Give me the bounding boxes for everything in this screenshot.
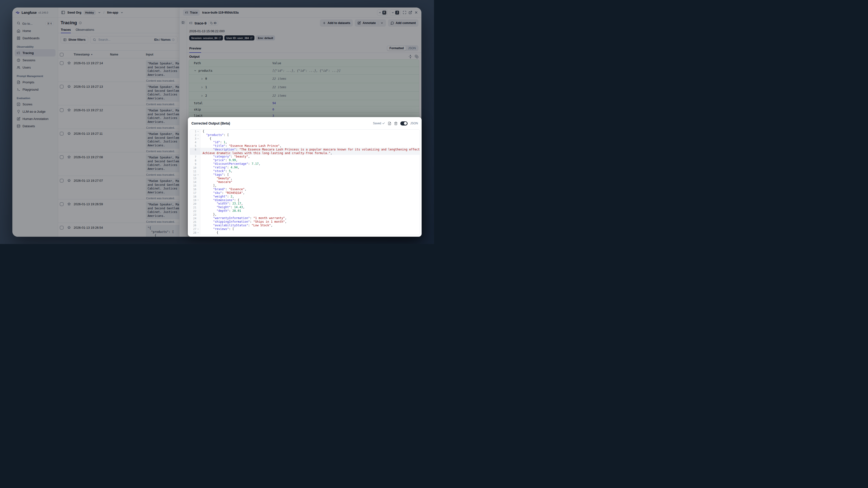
editor-code-text: "tags": [	[200, 173, 229, 177]
editor-line[interactable]: 25 "shippingInformation": "Ships in 1 mo…	[190, 220, 420, 224]
editor-gutter: 17	[190, 191, 200, 195]
editor-line[interactable]: 4 "id": 1,	[190, 141, 420, 144]
editor-line[interactable]: 17 "sku": "RCH45Q1A",	[190, 191, 420, 195]
add-to-dataset-button[interactable]	[388, 122, 391, 125]
editor-gutter: 9	[190, 162, 200, 166]
editor-code-text: "depth": 28.01	[200, 209, 241, 213]
editor-line[interactable]: 19 "dimensions": {	[190, 199, 420, 202]
editor-line[interactable]: 2 "products": [	[190, 133, 420, 137]
editor-code-text: "height": 14.43,	[200, 206, 245, 209]
trash-icon	[394, 122, 398, 125]
editor-gutter: 7	[190, 155, 200, 158]
editor-gutter: 18	[190, 195, 200, 199]
editor-gutter: 12	[190, 173, 200, 177]
editor-code-text: "id": 1,	[200, 141, 227, 144]
chevron-down-icon	[197, 130, 199, 132]
editor-gutter: 8	[190, 158, 200, 162]
editor-line[interactable]: Achieve dramatic lashes with this long-l…	[190, 151, 420, 155]
editor-code-text: "brand": "Essence",	[200, 187, 246, 191]
editor-line[interactable]: 1{	[190, 130, 420, 133]
editor-code-text: "beauty",	[200, 177, 232, 180]
editor-code-text: "reviews": [	[200, 227, 234, 231]
fold-chevron-icon[interactable]	[196, 199, 200, 201]
editor-gutter: 6	[190, 148, 200, 151]
chevron-down-icon	[197, 232, 199, 234]
editor-gutter: 22	[190, 209, 200, 213]
editor-gutter: 2	[190, 133, 200, 137]
editor-code-text: "description": "The Essence Mascara Lash…	[200, 148, 420, 151]
editor-line[interactable]: 3 {	[190, 137, 420, 141]
editor-line[interactable]: 24 "warrantyInformation": "1 month warra…	[190, 216, 420, 220]
editor-gutter: 14	[190, 180, 200, 184]
editor-line[interactable]: 7 "category": "beauty",	[190, 155, 420, 158]
editor-code-text: "dimensions": {	[200, 199, 240, 202]
editor-code-text: "warrantyInformation": "1 month warranty…	[200, 216, 287, 220]
editor-line[interactable]: 5 "title": "Essence Mascara Lash Prince"…	[190, 144, 420, 148]
editor-code-text: {	[200, 130, 204, 133]
delete-button[interactable]	[394, 122, 398, 125]
editor-gutter: 16	[190, 187, 200, 191]
editor-code-text: },	[200, 213, 217, 216]
editor-code-text: ],	[200, 184, 217, 187]
editor-gutter: 21	[190, 206, 200, 209]
editor-gutter: 13	[190, 177, 200, 180]
editor-line[interactable]: 18 "weight": 2,	[190, 195, 420, 199]
editor-code-text: "discountPercentage": 7.17,	[200, 162, 260, 166]
editor-code-text: "products": [	[200, 133, 229, 137]
chevron-down-icon	[197, 134, 199, 136]
json-toggle-label: JSON	[410, 122, 418, 125]
editor-line[interactable]: 22 "depth": 28.01	[190, 209, 420, 213]
editor-gutter	[190, 151, 200, 155]
editor-line[interactable]: 23 },	[190, 213, 420, 216]
editor-line[interactable]: 21 "height": 14.43,	[190, 206, 420, 209]
editor-code-text: "width": 23.17,	[200, 202, 243, 206]
corrected-output-title: Corrected Output (Beta)	[191, 121, 230, 125]
fold-chevron-icon[interactable]	[196, 130, 200, 132]
editor-gutter: 4	[190, 141, 200, 144]
editor-line[interactable]: 12 "tags": [	[190, 173, 420, 177]
fold-chevron-icon[interactable]	[196, 138, 200, 140]
editor-code-text: {	[200, 231, 218, 235]
editor-line[interactable]: 13 "beauty",	[190, 177, 420, 180]
editor-code-text: "stock": 5,	[200, 170, 232, 173]
editor-line[interactable]: 9 "discountPercentage": 7.17,	[190, 162, 420, 166]
editor-line[interactable]: 15 ],	[190, 184, 420, 187]
editor-gutter: 19	[190, 199, 200, 202]
editor-line[interactable]: 11 "stock": 5,	[190, 170, 420, 173]
editor-gutter: 24	[190, 216, 200, 220]
json-mode-toggle[interactable]	[400, 121, 408, 125]
editor-gutter: 25	[190, 220, 200, 224]
editor-code-text: "price": 9.99,	[200, 158, 238, 162]
chevron-down-icon	[197, 174, 199, 176]
editor-line[interactable]: 6 "description": "The Essence Mascara La…	[190, 148, 420, 151]
editor-gutter: 28	[190, 231, 200, 235]
editor-line[interactable]: 20 "width": 23.17,	[190, 202, 420, 206]
editor-line[interactable]: 26 "availabilityStatus": "Low Stock",	[190, 224, 420, 227]
editor-line[interactable]: 8 "price": 9.99,	[190, 158, 420, 162]
editor-line[interactable]: 28 {	[190, 231, 420, 235]
editor-code-text: "mascara"	[200, 180, 232, 184]
fold-chevron-icon[interactable]	[196, 134, 200, 136]
editor-code-text: "title": "Essence Mascara Lash Prince",	[200, 144, 281, 148]
editor-code-text: {	[200, 137, 211, 141]
corrected-output-dialog: Corrected Output (Beta) Saved JSON 1{2 "…	[188, 117, 422, 237]
fold-chevron-icon[interactable]	[196, 232, 200, 234]
editor-line[interactable]: 10 "rating": 4.94,	[190, 166, 420, 170]
editor-line[interactable]: 14 "mascara"	[190, 180, 420, 184]
corrected-output-header: Corrected Output (Beta) Saved JSON	[188, 117, 422, 129]
editor-gutter: 3	[190, 137, 200, 141]
editor-line[interactable]: 16 "brand": "Essence",	[190, 187, 420, 191]
check-icon	[382, 122, 385, 125]
check-icon	[382, 122, 385, 125]
editor-code-text: "availabilityStatus": "Low Stock",	[200, 224, 273, 227]
fold-chevron-icon[interactable]	[196, 228, 200, 230]
editor-gutter: 23	[190, 213, 200, 216]
file-plus-icon	[388, 122, 391, 125]
editor-code-text: "rating": 4.94,	[200, 166, 240, 170]
editor-gutter: 10	[190, 166, 200, 170]
editor-code-text: "sku": "RCH45Q1A",	[200, 191, 245, 195]
fold-chevron-icon[interactable]	[196, 174, 200, 176]
editor-gutter: 27	[190, 227, 200, 231]
editor-line[interactable]: 27 "reviews": [	[190, 227, 420, 231]
json-code-editor[interactable]: 1{2 "products": [3 {4 "id": 1,5 "title":…	[189, 129, 420, 235]
